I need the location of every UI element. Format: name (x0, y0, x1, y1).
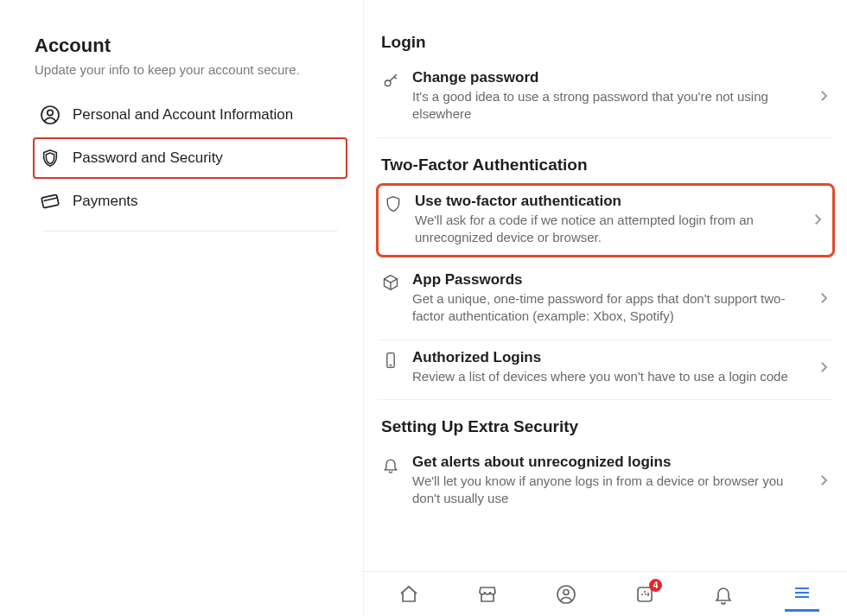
chevron-right-icon (816, 88, 833, 104)
svg-point-8 (564, 589, 569, 594)
row-body: Get alerts about unrecognized logins We'… (412, 454, 816, 508)
phone-icon (381, 351, 400, 370)
nav-gaming[interactable]: 4 (627, 577, 662, 612)
page-title: Account (35, 35, 346, 57)
row-use-2fa[interactable]: Use two-factor authentication We'll ask … (376, 183, 835, 258)
security-settings-panel: Login Change password It's a good idea t… (363, 0, 847, 616)
section-title-2fa: Two-Factor Authentication (381, 156, 833, 175)
menu-item-label: Password and Security (73, 149, 223, 167)
row-body: Change password It's a good idea to use … (412, 69, 816, 124)
page-subtitle: Update your info to keep your account se… (35, 62, 346, 77)
chevron-right-icon (816, 359, 833, 375)
cube-icon (381, 273, 400, 292)
chevron-right-icon (816, 473, 833, 488)
menu-item-label: Payments (73, 193, 138, 210)
user-circle-icon (40, 105, 60, 125)
bottom-nav: 4 (364, 571, 847, 616)
row-desc: Get a unique, one-time password for apps… (412, 290, 799, 326)
row-body: Use two-factor authentication We'll ask … (415, 193, 810, 247)
shield-icon (384, 194, 403, 213)
row-body: Authorized Logins Review a list of devic… (412, 349, 816, 385)
nav-marketplace[interactable] (470, 577, 505, 612)
nav-home[interactable] (392, 577, 426, 612)
section-title-login: Login (381, 33, 833, 52)
svg-point-1 (48, 110, 53, 115)
row-title: Use two-factor authentication (415, 193, 793, 210)
menu-item-label: Personal and Account Information (73, 106, 293, 124)
nav-notifications[interactable] (706, 577, 741, 612)
row-title: App Passwords (412, 271, 799, 289)
row-app-passwords[interactable]: App Passwords Get a unique, one-time pas… (378, 263, 833, 340)
row-authorized-logins[interactable]: Authorized Logins Review a list of devic… (378, 340, 833, 400)
section-title-extra-security: Setting Up Extra Security (381, 417, 833, 436)
row-desc: We'll let you know if anyone logs in fro… (412, 473, 799, 508)
row-get-alerts[interactable]: Get alerts about unrecognized logins We'… (378, 445, 833, 522)
bell-icon (381, 455, 400, 474)
row-title: Authorized Logins (412, 349, 799, 366)
nav-profile[interactable] (549, 577, 583, 612)
row-body: App Passwords Get a unique, one-time pas… (412, 271, 816, 326)
row-desc: Review a list of devices where you won't… (412, 368, 799, 385)
row-change-password[interactable]: Change password It's a good idea to use … (378, 60, 833, 138)
nav-menu[interactable] (785, 577, 819, 612)
divider (43, 231, 337, 232)
account-settings-panel: Account Update your info to keep your ac… (0, 0, 363, 616)
key-icon (381, 71, 400, 90)
shield-icon (40, 148, 60, 168)
menu-personal-account-info[interactable]: Personal and Account Information (35, 94, 346, 136)
svg-line-3 (44, 198, 58, 201)
svg-point-4 (385, 80, 391, 86)
menu-payments[interactable]: Payments (35, 181, 346, 222)
chevron-right-icon (810, 212, 827, 227)
menu-password-security[interactable]: Password and Security (33, 137, 347, 179)
settings-list: Login Change password It's a good idea t… (364, 0, 847, 571)
row-title: Get alerts about unrecognized logins (412, 454, 799, 471)
row-desc: It's a good idea to use a strong passwor… (412, 88, 799, 124)
chevron-right-icon (816, 290, 833, 306)
card-icon (40, 191, 60, 212)
row-desc: We'll ask for a code if we notice an att… (415, 212, 793, 247)
row-title: Change password (412, 69, 799, 86)
nav-badge: 4 (649, 579, 662, 592)
